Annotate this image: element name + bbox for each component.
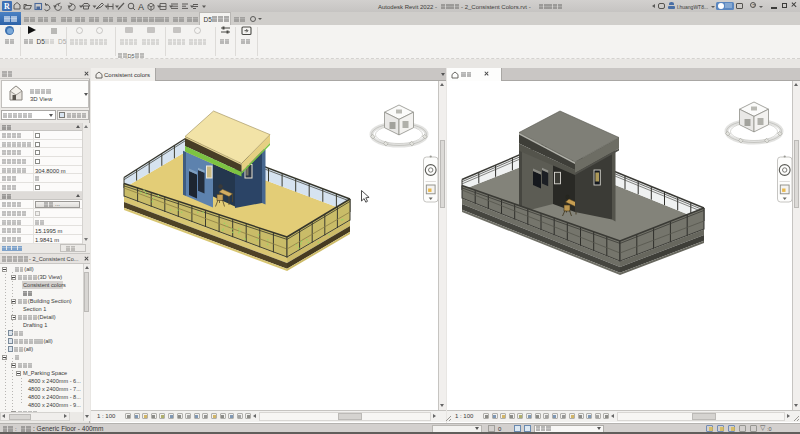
svg-text:A: A [138, 2, 144, 12]
